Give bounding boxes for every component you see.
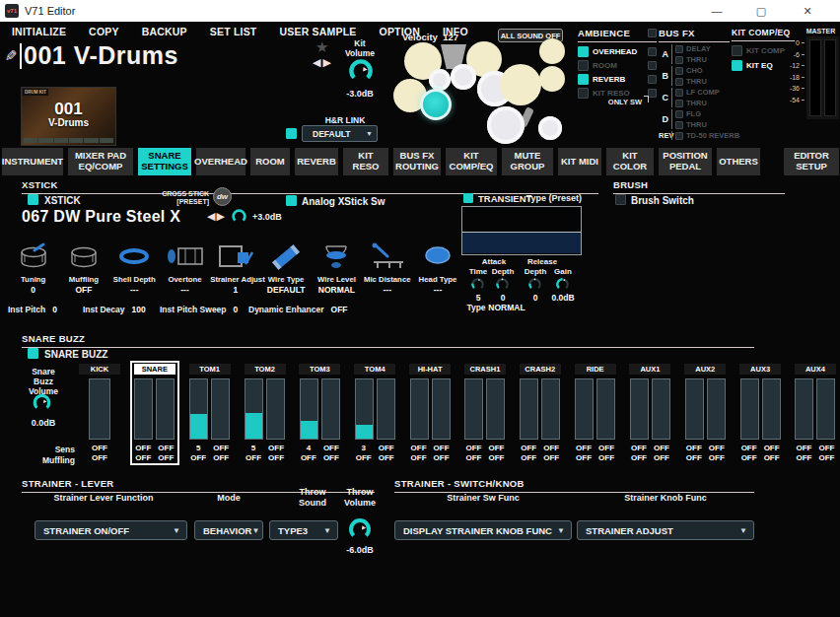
param-head-type[interactable]: Head Type--- — [412, 240, 462, 295]
mode-dropdown[interactable]: BEHAVIOR▼ — [194, 520, 263, 540]
close-button[interactable]: ✕ — [793, 0, 822, 22]
tab[interactable]: KIT COLOR — [606, 148, 654, 175]
edit-kit-name-icon[interactable]: ✎ — [5, 47, 18, 65]
tab[interactable]: KIT MIDI — [558, 148, 601, 175]
transient-checkbox[interactable] — [463, 193, 473, 203]
sens-fader-rim[interactable] — [707, 378, 726, 440]
next-kit-icon[interactable]: ▶ — [322, 56, 332, 68]
dynamic-enhancer[interactable]: Dynamic EnhancerOFF — [248, 305, 348, 314]
ambience-only-sw-checkbox[interactable] — [648, 75, 657, 84]
tab[interactable]: KIT COMP/EQ — [446, 148, 497, 175]
pad-kick[interactable] — [487, 106, 525, 144]
attack-depth-knob[interactable] — [495, 277, 510, 292]
tab[interactable]: MUTE GROUP — [502, 148, 553, 175]
kit-prev-next-buttons[interactable]: ◀▶ — [313, 56, 333, 69]
param-strainer-adjust[interactable]: Strainer Adjust1 — [210, 240, 260, 295]
sens-fader-rim[interactable] — [762, 378, 781, 440]
kit-name-field[interactable]: 001 V-Drums — [20, 41, 178, 70]
sens-fader-rim[interactable] — [211, 378, 230, 440]
sens-fader[interactable] — [89, 378, 110, 440]
sens-fader-rim[interactable] — [432, 378, 451, 440]
sens-fader-rim[interactable] — [652, 378, 670, 440]
sens-fader-head[interactable] — [134, 378, 153, 440]
pad-splash[interactable] — [539, 38, 565, 64]
sens-fader-head[interactable] — [795, 378, 813, 440]
sens-fader-rim[interactable] — [377, 378, 395, 440]
minimize-button[interactable]: — — [702, 0, 732, 22]
tab[interactable]: BUS FX ROUTING — [393, 148, 441, 175]
tab[interactable]: ROOM — [250, 148, 290, 175]
kit-volume-knob[interactable] — [347, 57, 375, 85]
tab-editor-setup[interactable]: EDITOR SETUP — [784, 148, 839, 175]
inst-decay[interactable]: Inst Decay100 — [83, 305, 146, 314]
release-depth-knob[interactable] — [527, 277, 542, 292]
menu-item[interactable]: USER SAMPLE — [279, 26, 356, 37]
bus-fx-checkbox[interactable] — [675, 110, 683, 118]
bus-fx-checkbox[interactable] — [675, 45, 683, 53]
pad-tom1[interactable] — [429, 69, 451, 91]
strainer-sw-func-dropdown[interactable]: DISPLAY STRAINER KNOB FUNC▼ — [394, 520, 572, 540]
inst-pitch-sweep[interactable]: Inst Pitch Sweep0 — [160, 305, 238, 314]
sens-fader-head[interactable] — [575, 378, 594, 440]
cross-stick-prev-next[interactable]: ◀▶ — [207, 210, 226, 223]
analog-xstick-checkbox[interactable] — [286, 195, 297, 206]
param-mic-distance[interactable]: Mic Distance--- — [362, 240, 412, 295]
ambience-only-sw-checkbox[interactable] — [648, 89, 657, 98]
sens-fader-rim[interactable] — [266, 378, 285, 440]
sens-fader-rim[interactable] — [156, 378, 175, 440]
menu-item[interactable]: BACKUP — [142, 26, 187, 37]
kit-comp-checkbox[interactable] — [732, 45, 742, 56]
next-icon[interactable]: ▶ — [216, 210, 225, 222]
strainer-knob-func-dropdown[interactable]: STRAINER ADJUST▼ — [577, 520, 754, 540]
tab[interactable]: SNARE SETTINGS — [138, 148, 191, 175]
tab[interactable]: OVERHEAD — [196, 148, 245, 175]
xstick-checkbox[interactable] — [28, 194, 38, 205]
throw-volume-knob[interactable] — [347, 516, 373, 542]
ambience-only-sw-checkbox[interactable] — [648, 61, 657, 70]
menu-item[interactable]: COPY — [89, 26, 119, 37]
bus-thru-checkbox[interactable] — [675, 78, 683, 86]
snare-buzz-volume-knob[interactable] — [32, 392, 52, 413]
tab[interactable]: POSITION PEDAL — [659, 148, 712, 175]
bus-thru-checkbox[interactable] — [675, 121, 683, 129]
param-overtone[interactable]: Overtone--- — [160, 240, 210, 295]
ambience-only-sw-checkbox[interactable] — [648, 29, 657, 37]
ambience-checkbox[interactable] — [578, 46, 589, 57]
param-wire-type[interactable]: Wire TypeDEFAULT — [260, 240, 311, 295]
param-muffling[interactable]: MufflingOFF — [58, 240, 108, 295]
prev-kit-icon[interactable]: ◀ — [313, 56, 322, 68]
sens-fader-rim[interactable] — [486, 378, 505, 440]
hr-link-checkbox[interactable] — [286, 128, 297, 139]
param-shell-depth[interactable]: Shell Depth--- — [109, 240, 160, 295]
pad-snare[interactable] — [420, 89, 452, 120]
sens-fader-head[interactable] — [355, 378, 374, 440]
kit-thumbnail[interactable]: DRUM KIT 001 V-Drums — [21, 87, 116, 146]
bus-fx-checkbox[interactable] — [675, 89, 683, 97]
tab[interactable]: INSTRUMENT — [2, 148, 63, 175]
param-tuning[interactable]: Tuning0 — [8, 240, 58, 295]
bus-thru-checkbox[interactable] — [675, 100, 683, 107]
sens-fader-head[interactable] — [740, 378, 759, 440]
menu-item[interactable]: SET LIST — [210, 26, 257, 37]
sens-fader-head[interactable] — [245, 378, 263, 440]
tab[interactable]: MIXER PAD EQ/COMP — [68, 148, 133, 175]
pad-ride[interactable] — [500, 64, 541, 105]
kit-eq-checkbox[interactable] — [732, 60, 742, 71]
pad-aux[interactable] — [538, 116, 562, 140]
tab[interactable]: REVERB — [295, 148, 338, 175]
menu-item[interactable]: INITIALIZE — [12, 26, 66, 37]
tab[interactable]: KIT RESO — [343, 148, 388, 175]
sens-fader-rim[interactable] — [321, 378, 340, 440]
tab[interactable]: OTHERS — [717, 148, 760, 175]
ambience-checkbox[interactable] — [578, 74, 589, 85]
brush-switch-checkbox[interactable] — [615, 194, 626, 205]
cross-stick-gain-knob[interactable] — [231, 208, 247, 225]
bus-thru-checkbox[interactable] — [675, 56, 683, 64]
attack-time-knob[interactable] — [470, 277, 485, 292]
gain-knob[interactable] — [555, 277, 570, 292]
favorite-star-icon[interactable]: ★ — [315, 38, 328, 56]
maximize-button[interactable]: ▢ — [746, 0, 776, 22]
sens-fader-head[interactable] — [464, 378, 483, 440]
pad-crash3[interactable] — [539, 66, 565, 92]
sens-fader-head[interactable] — [410, 378, 429, 440]
